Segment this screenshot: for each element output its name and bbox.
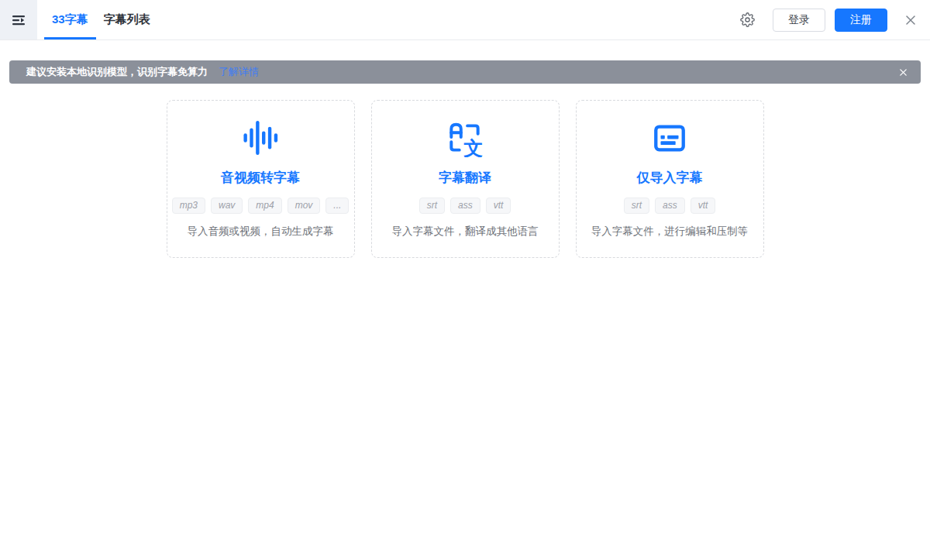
format-tag: srt <box>419 198 445 214</box>
notice-banner-text: 建议安装本地识别模型，识别字幕免算力 <box>26 65 208 79</box>
waveform-icon <box>167 117 354 159</box>
tab-subtitle-list[interactable]: 字幕列表 <box>96 0 158 40</box>
format-tag: mp4 <box>248 198 281 214</box>
translate-icon-glyph: 文 <box>463 137 483 157</box>
format-tag: vtt <box>486 198 512 214</box>
card-title: 音视频转字幕 <box>167 169 354 187</box>
subtitles-icon <box>577 117 763 159</box>
tab-bar: 33字幕 字幕列表 <box>44 0 158 40</box>
menu-toggle-button[interactable] <box>0 0 37 40</box>
titlebar: 33字幕 字幕列表 登录 注册 <box>0 0 930 40</box>
action-cards: 音视频转字幕 mp3 wav mp4 mov ... 导入音频或视频，自动生成字… <box>0 100 930 258</box>
format-tag: ass <box>655 198 685 214</box>
window-close-button[interactable] <box>904 14 917 26</box>
translate-icon: 文 <box>372 117 559 159</box>
banner-close-icon <box>899 68 908 77</box>
card-description: 导入字幕文件，进行编辑和压制等 <box>577 225 763 239</box>
tab-subtitle-list-label: 字幕列表 <box>104 12 150 27</box>
gear-icon <box>740 12 755 27</box>
tab-home-label: 33字幕 <box>52 12 88 27</box>
titlebar-actions: 登录 注册 <box>740 0 930 40</box>
card-title: 仅导入字幕 <box>577 169 763 187</box>
learn-more-link[interactable]: 了解详情 <box>219 65 259 79</box>
format-tag-list: mp3 wav mp4 mov ... <box>167 198 354 214</box>
format-tag: srt <box>624 198 649 214</box>
format-tag: ass <box>450 198 480 214</box>
banner-close-button[interactable] <box>899 68 908 77</box>
card-description: 导入音频或视频，自动生成字幕 <box>167 225 354 239</box>
format-tag: vtt <box>691 198 716 214</box>
card-import-subtitle[interactable]: 仅导入字幕 srt ass vtt 导入字幕文件，进行编辑和压制等 <box>576 100 764 258</box>
format-tag: ... <box>326 198 349 214</box>
notice-banner: 建议安装本地识别模型，识别字幕免算力 了解详情 <box>9 60 921 84</box>
format-tag-list: srt ass vtt <box>577 198 763 214</box>
card-title: 字幕翻译 <box>372 169 559 187</box>
card-subtitle-translate[interactable]: 文 字幕翻译 srt ass vtt 导入字幕文件，翻译成其他语言 <box>371 100 560 258</box>
format-tag: mp3 <box>172 198 205 214</box>
card-description: 导入字幕文件，翻译成其他语言 <box>372 225 559 239</box>
tab-home[interactable]: 33字幕 <box>44 0 96 40</box>
format-tag: mov <box>288 198 321 214</box>
format-tag-list: srt ass vtt <box>372 198 559 214</box>
format-tag: wav <box>211 198 243 214</box>
close-icon <box>904 14 917 26</box>
menu-unfold-icon <box>11 12 26 28</box>
settings-button[interactable] <box>740 12 755 27</box>
login-button[interactable]: 登录 <box>773 9 825 32</box>
card-media-to-subtitle[interactable]: 音视频转字幕 mp3 wav mp4 mov ... 导入音频或视频，自动生成字… <box>167 100 355 258</box>
register-button[interactable]: 注册 <box>835 9 887 32</box>
